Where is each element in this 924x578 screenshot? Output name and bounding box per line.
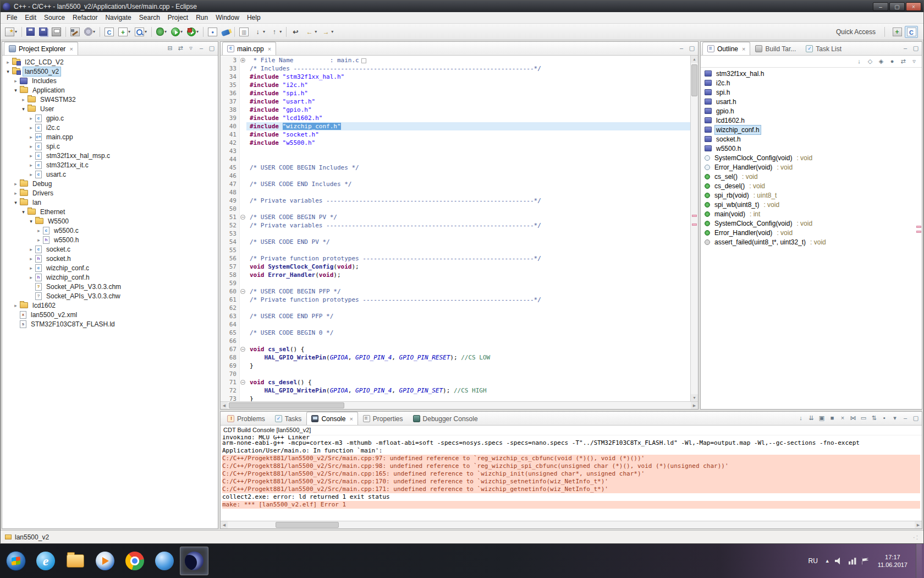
tree-item-lan5500-v2[interactable]: ▾lan5500_v2	[2, 67, 218, 76]
toolbar-open-element-button[interactable]	[206, 25, 219, 39]
taskbar-start-button[interactable]	[2, 547, 30, 575]
toolbar-new-cpp-class-button[interactable]	[102, 25, 116, 39]
project-explorer-collapse-all-button[interactable]: ⊟	[166, 44, 174, 52]
outline-item-systemclock-config-void[interactable]: SystemClock_Config(void) : void	[701, 153, 922, 162]
scroll-up-arrow[interactable]: ▲	[691, 56, 698, 63]
editor-vertical-scrollbar[interactable]: ▲ ▼	[690, 56, 698, 401]
expander-collapsed-icon[interactable]: ▸	[35, 237, 42, 243]
console-line[interactable]: C:/C++/Progekt881/lan5500_v2/Src/main.cp…	[222, 455, 920, 462]
outline-maximize-button[interactable]: ▢	[911, 44, 920, 52]
project-explorer-minimize-button[interactable]: –	[197, 44, 206, 52]
menu-run[interactable]: Run	[192, 13, 212, 23]
console-tab-tasks[interactable]: Tasks	[270, 412, 307, 425]
expander-expanded-icon[interactable]: ▾	[20, 106, 27, 112]
taskbar-windows-explorer-button[interactable]	[61, 547, 90, 575]
code-line-68[interactable]: 68 HAL_GPIO_WritePin(GPIOA, GPIO_PIN_4, …	[221, 353, 690, 362]
code-line-37[interactable]: 37#include "usart.h"	[221, 97, 690, 106]
code-line-50[interactable]: 50	[221, 205, 690, 213]
toolbar-new-cpp-file-button[interactable]: ▾	[116, 25, 133, 39]
network-icon[interactable]	[848, 558, 856, 565]
volume-icon[interactable]	[835, 558, 843, 565]
console-show-on-output-button[interactable]: ⇊	[807, 414, 816, 422]
maximize-window-button[interactable]: ▢	[889, 2, 905, 11]
vertical-scroll-thumb[interactable]	[691, 64, 697, 96]
tree-item-drivers[interactable]: ▸Drivers	[2, 188, 218, 198]
taskbar-clock[interactable]: 17:17 11.06.2017	[875, 553, 911, 569]
tree-item-ethernet[interactable]: ▾Ethernet	[2, 207, 218, 216]
console-remove-all-launches-button[interactable]: ⋈	[849, 414, 857, 422]
toolbar-search-cpp-button[interactable]: ▾	[133, 25, 149, 39]
tree-item-socket-c[interactable]: ▸csocket.c	[2, 244, 218, 254]
manage-configurations-dropdown-arrow[interactable]: ▾	[93, 29, 95, 34]
expander-expanded-icon[interactable]: ▾	[12, 88, 19, 93]
code-line-44[interactable]: 44	[221, 155, 690, 163]
code-line-53[interactable]: 53	[221, 230, 690, 238]
forward-dropdown-arrow[interactable]: ▾	[331, 29, 333, 34]
outline-tab-outline[interactable]: Outline×	[702, 42, 750, 55]
tree-item-w5500[interactable]: ▾W5500	[2, 216, 218, 226]
code-line-49[interactable]: 49/* Private variables -----------------…	[221, 197, 690, 205]
console-tab-properties[interactable]: Properties	[358, 412, 408, 425]
toolbar-forward-button[interactable]: ▾	[319, 25, 336, 39]
code-line-73[interactable]: 73}	[221, 395, 690, 401]
outline-item-socket-h[interactable]: socket.h	[701, 134, 922, 144]
tree-item-socket-apis-v3-0-3-chw[interactable]: ?Socket_APIs_V3.0.3.chw	[2, 291, 218, 301]
code-line-71[interactable]: 71−void cs_desel() {	[221, 378, 690, 386]
close-window-button[interactable]: ×	[906, 2, 921, 11]
outline-hide-fields-button[interactable]: ◇	[866, 57, 875, 66]
menu-navigate[interactable]: Navigate	[101, 13, 135, 23]
outline-tab-task-list[interactable]: Task List	[801, 42, 846, 55]
taskbar-internet-explorer-button[interactable]	[31, 547, 60, 575]
outline-item-main-void[interactable]: main(void) : int	[701, 209, 922, 219]
search-cpp-dropdown-arrow[interactable]: ▾	[145, 29, 147, 34]
menu-refactor[interactable]: Refactor	[69, 13, 101, 23]
scroll-right-arrow[interactable]: ▶	[691, 402, 698, 409]
tree-item-lcd1602[interactable]: ▸lcd1602	[2, 301, 218, 310]
console-scroll-to-bottom-button[interactable]: ↓	[796, 414, 805, 422]
expander-expanded-icon[interactable]: ▾	[28, 219, 35, 224]
outline-item-usart-h[interactable]: usart.h	[701, 97, 922, 106]
language-indicator[interactable]: RU	[806, 556, 820, 566]
toolbar-last-edit-location-button[interactable]	[289, 25, 302, 39]
toolbar-debug-button[interactable]: ▾	[154, 25, 169, 39]
taskbar-eclipse-button[interactable]	[180, 547, 208, 575]
expander-collapsed-icon[interactable]: ▸	[28, 144, 35, 149]
expander-collapsed-icon[interactable]: ▸	[12, 181, 19, 187]
tab-project-explorer[interactable]: Project Explorer ×	[4, 42, 78, 55]
next-annotation-dropdown-arrow[interactable]: ▾	[263, 29, 265, 34]
fold-collapse-icon[interactable]: −	[240, 380, 245, 385]
outline-hide-static-button[interactable]: ◈	[877, 57, 886, 66]
expander-collapsed-icon[interactable]: ▸	[28, 256, 35, 261]
code-line-45[interactable]: 45/* USER CODE BEGIN Includes */	[221, 163, 690, 172]
outline-item-spi-rb-void[interactable]: spi_rb(void) : uint8_t	[701, 190, 922, 200]
close-tab-icon[interactable]: ×	[742, 46, 745, 52]
tree-item-wizchip-conf-h[interactable]: ▸hwizchip_conf.h	[2, 272, 218, 282]
code-line-41[interactable]: 41#include "socket.h"	[221, 130, 690, 139]
fold-expand-icon[interactable]: +	[240, 58, 245, 63]
code-line-62[interactable]: 62	[221, 304, 690, 312]
tree-item-stm32f1xx-hal-msp-c[interactable]: ▸cstm32f1xx_hal_msp.c	[2, 151, 218, 160]
expander-collapsed-icon[interactable]: ▸	[35, 228, 42, 233]
code-line-64[interactable]: 64	[221, 320, 690, 329]
code-line-67[interactable]: 67−void cs_sel() {	[221, 345, 690, 353]
code-line-42[interactable]: 42#include "w5500.h"	[221, 139, 690, 147]
outline-item-systemclock-config-void[interactable]: SystemClock_Config(void) : void	[701, 219, 922, 228]
previous-annotation-dropdown-arrow[interactable]: ▾	[279, 29, 282, 34]
tree-item-i2c-lcd-v2[interactable]: ▸I2C_LCD_V2	[2, 57, 218, 67]
console-line[interactable]: C:/C++/Progekt881/lan5500_v2/Src/main.cp…	[222, 486, 920, 493]
code-line-55[interactable]: 55	[221, 246, 690, 254]
run-dropdown-arrow[interactable]: ▾	[180, 29, 183, 34]
expander-collapsed-icon[interactable]: ▸	[28, 275, 35, 280]
outline-item-error-handler-void[interactable]: Error_Handler(void) : void	[701, 162, 922, 172]
code-line-51[interactable]: 51−/* USER CODE BEGIN PV */	[221, 213, 690, 221]
console-line[interactable]: C:/C++/Progekt881/lan5500_v2/Src/main.cp…	[222, 470, 920, 478]
expander-collapsed-icon[interactable]: ▸	[28, 265, 35, 271]
code-line-3[interactable]: 3+ * File Name : main.c	[221, 56, 690, 64]
expander-expanded-icon[interactable]: ▾	[4, 69, 12, 74]
console-remove-launch-button[interactable]: ×	[838, 414, 847, 422]
taskbar-chrome-button[interactable]	[120, 547, 149, 575]
tree-item-spi-c[interactable]: ▸cspi.c	[2, 141, 218, 151]
tree-item-usart-c[interactable]: ▸cusart.c	[2, 170, 218, 179]
tree-item-socket-apis-v3-0-3-chm[interactable]: ?Socket_APIs_V3.0.3.chm	[2, 282, 218, 291]
close-tab-icon[interactable]: ×	[69, 46, 73, 52]
